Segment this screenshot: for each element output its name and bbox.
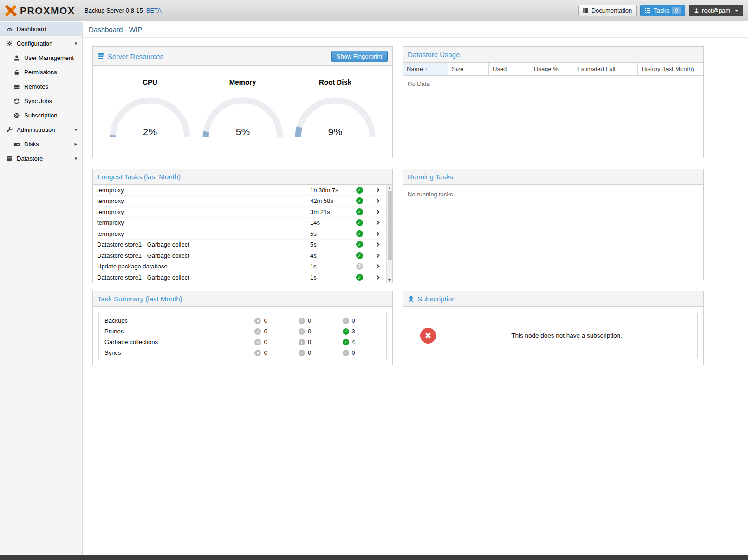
tasks-button[interactable]: Tasks 0 [640, 5, 685, 16]
sort-asc-icon [425, 66, 428, 72]
task-row[interactable]: termproxy 14s [93, 218, 392, 229]
summary-label: Prunes [104, 328, 254, 335]
task-name: Datastore store1 - Garbage collect [97, 274, 310, 281]
error-count: 0 [264, 339, 267, 345]
proxmox-logo: PROXMOX [5, 5, 84, 16]
panel-title: Datastore Usage [408, 51, 460, 59]
sidebar-item-label: Remotes [24, 83, 48, 90]
scrollbar[interactable] [386, 185, 392, 283]
error-count: 0 [264, 349, 267, 356]
ok-icon [343, 328, 349, 335]
task-name: Datastore store1 - Garbage collect [97, 241, 310, 248]
panel-title: Running Tasks [408, 173, 453, 181]
top-header: PROXMOX Backup Server 0.8-15 BETA Docume… [0, 0, 748, 21]
chevron-right-icon[interactable] [375, 199, 379, 203]
task-row[interactable]: termproxy 42m 58s [93, 196, 392, 207]
user-icon [694, 8, 699, 13]
scrollbar-up-icon[interactable] [388, 187, 391, 189]
chevron-right-icon[interactable] [375, 221, 379, 225]
expander-down-icon[interactable] [74, 41, 77, 46]
expander-down-icon[interactable] [74, 127, 77, 132]
documentation-button[interactable]: Documentation [578, 5, 637, 16]
database-icon [6, 155, 13, 163]
table-header-row: Name Size Used Usage % Estimated Full Hi… [403, 63, 703, 76]
beta-link[interactable]: BETA [146, 7, 162, 14]
running-tasks-panel: Running Tasks No running tasks [403, 169, 704, 280]
sidebar-item-dashboard[interactable]: Dashboard [0, 22, 82, 36]
summary-row[interactable]: Backups 0 0 0 [99, 315, 386, 326]
task-status-icon [356, 208, 363, 215]
sidebar-item-label: Disks [24, 141, 39, 148]
task-row[interactable]: Datastore store1 - Garbage collect 5s [93, 240, 392, 251]
sidebar-item-subscription[interactable]: Subscription [0, 108, 82, 123]
chevron-right-icon[interactable] [375, 188, 379, 192]
chevron-right-icon[interactable] [375, 253, 379, 258]
task-duration: 5s [310, 230, 351, 237]
task-summary-header: Task Summary (last Month) [93, 291, 392, 307]
task-summary-view: Backups 0 0 0 Prunes 0 0 3 Garbage colle… [98, 313, 387, 359]
tasks-count-badge: 0 [672, 7, 681, 14]
error-icon [254, 350, 261, 356]
column-header-name[interactable]: Name [403, 63, 448, 75]
ok-count: 4 [352, 339, 355, 345]
sidebar-item-permissions[interactable]: Permissions [0, 65, 82, 79]
chevron-right-icon[interactable] [375, 242, 379, 247]
expander-down-icon[interactable] [74, 156, 77, 161]
task-row[interactable]: Update package database 1s [93, 261, 392, 273]
content-titlebar: Dashboard - WIP [83, 22, 748, 38]
bottom-bar [0, 555, 748, 560]
sidebar-item-configuration[interactable]: Configuration [0, 36, 82, 51]
task-row[interactable]: termproxy 3m 21s [93, 207, 392, 218]
sidebar-item-disks[interactable]: Disks [0, 137, 82, 151]
task-row[interactable]: Datastore store1 - Garbage collect 1s [93, 272, 392, 283]
gears-icon [6, 40, 13, 47]
sidebar-item-administration[interactable]: Administration [0, 123, 82, 137]
task-name: termproxy [97, 219, 310, 226]
scrollbar-down-icon[interactable] [388, 279, 391, 281]
task-duration: 3m 21s [310, 208, 351, 215]
empty-text: No Data [403, 76, 703, 92]
panel-title: Task Summary (last Month) [98, 295, 182, 303]
expander-right-icon[interactable] [74, 142, 77, 147]
scrollbar-thumb[interactable] [388, 191, 392, 260]
server-resources-panel: Server Resources Show Fingerprint CPU 2%… [92, 46, 393, 158]
tachometer-icon [6, 26, 13, 33]
gauge-value: 2% [143, 126, 157, 137]
task-row[interactable]: termproxy 5s [93, 228, 392, 240]
user-icon [13, 54, 20, 62]
column-header-estimated-full[interactable]: Estimated Full [573, 63, 638, 75]
task-status-icon [356, 241, 363, 248]
product-version: Backup Server 0.8-15 [85, 7, 143, 14]
warning-count: 0 [308, 339, 311, 345]
ok-count: 3 [352, 328, 355, 335]
sidebar-item-user-management[interactable]: User Management [0, 51, 82, 65]
column-header-used[interactable]: Used [489, 63, 530, 75]
task-row[interactable]: termproxy 1h 38m 7s [93, 185, 392, 196]
task-row[interactable]: Datastore store1 - Garbage collect 4s [93, 250, 392, 261]
book-icon [583, 7, 589, 13]
show-fingerprint-button[interactable]: Show Fingerprint [331, 51, 388, 62]
sidebar-item-label: Configuration [17, 40, 52, 47]
ok-count: 0 [352, 317, 355, 324]
sidebar-item-remotes[interactable]: Remotes [0, 79, 82, 94]
right-column: Datastore Usage Name Size Used Usage % E… [403, 46, 704, 365]
task-status-icon [356, 187, 363, 194]
sidebar-item-datastore[interactable]: Datastore [0, 151, 82, 166]
chevron-right-icon[interactable] [375, 264, 379, 269]
summary-row[interactable]: Prunes 0 0 3 [99, 326, 386, 337]
chevron-right-icon[interactable] [375, 275, 379, 280]
chevron-right-icon[interactable] [375, 209, 379, 214]
server-lines-icon [13, 83, 20, 91]
proxmox-x-icon [5, 5, 17, 16]
error-count: 0 [264, 317, 267, 324]
column-header-history[interactable]: History (last Month) [638, 63, 703, 75]
chevron-right-icon[interactable] [375, 231, 379, 236]
warning-icon [299, 318, 305, 324]
sidebar-item-sync-jobs[interactable]: Sync Jobs [0, 94, 82, 108]
sidebar-item-label: User Management [24, 54, 74, 61]
column-header-usage[interactable]: Usage % [530, 63, 573, 75]
user-menu-button[interactable]: root@pam [689, 5, 743, 16]
summary-row[interactable]: Syncs 0 0 0 [99, 347, 386, 358]
summary-row[interactable]: Garbage collections 0 0 4 [99, 337, 386, 347]
column-header-size[interactable]: Size [448, 63, 489, 75]
